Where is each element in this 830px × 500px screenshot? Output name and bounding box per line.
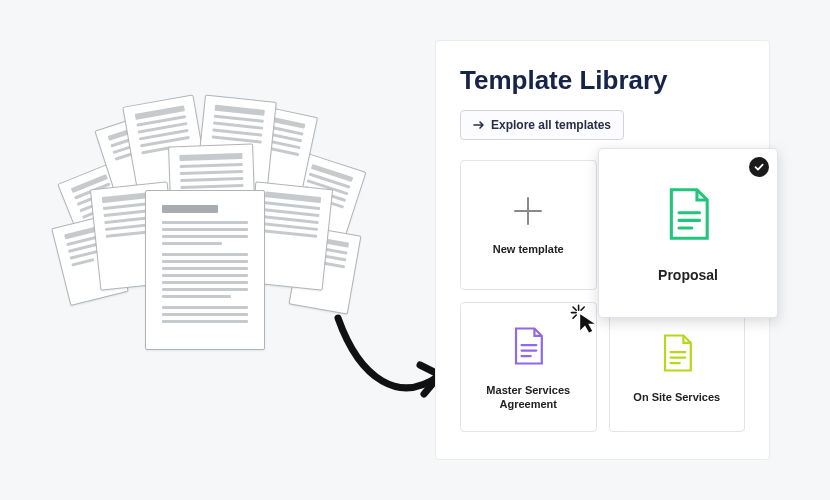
card-label: Proposal xyxy=(652,266,724,284)
arrow-right-icon xyxy=(473,120,485,130)
plus-icon xyxy=(511,194,545,228)
card-label: On Site Services xyxy=(627,390,726,404)
explore-all-templates-button[interactable]: Explore all templates xyxy=(460,110,624,140)
page-title: Template Library xyxy=(460,65,745,96)
explore-button-label: Explore all templates xyxy=(491,118,611,132)
proposal-template-card[interactable]: Proposal xyxy=(598,148,778,318)
template-grid: New template Master Services Agreement xyxy=(460,160,745,432)
card-label: New template xyxy=(487,242,570,256)
document-icon xyxy=(656,182,720,246)
template-library-panel: Template Library Explore all templates N… xyxy=(435,40,770,460)
card-label: Master Services Agreement xyxy=(461,383,596,412)
selected-check-icon xyxy=(749,157,769,177)
onsite-template-card[interactable]: On Site Services xyxy=(609,302,746,432)
cursor-click-icon xyxy=(569,303,601,335)
document-icon xyxy=(654,330,700,376)
new-template-card[interactable]: New template xyxy=(460,160,597,290)
document-icon xyxy=(505,323,551,369)
